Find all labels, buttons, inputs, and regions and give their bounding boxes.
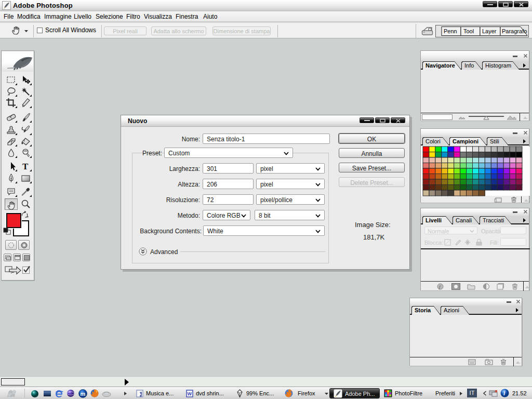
svg-text:Paragrafo: Paragrafo bbox=[502, 28, 527, 34]
svg-text:Tool: Tool bbox=[463, 28, 474, 34]
svg-text:m: m bbox=[81, 391, 86, 397]
svg-text:Layer: Layer bbox=[482, 28, 497, 34]
svg-text:T: T bbox=[22, 162, 29, 171]
svg-text:W: W bbox=[188, 391, 192, 396]
svg-text:Penn: Penn bbox=[444, 28, 457, 34]
